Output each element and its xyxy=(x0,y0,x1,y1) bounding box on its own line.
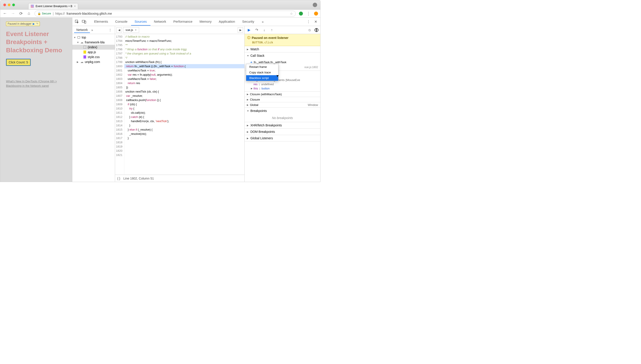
step-out-button[interactable]: ↑ xyxy=(269,27,274,33)
editor-tab-close-icon[interactable]: × xyxy=(135,28,137,32)
devtools-tab-security[interactable]: Security xyxy=(238,18,258,26)
devtools-tab-console[interactable]: Console xyxy=(112,18,131,26)
format-icon[interactable]: { } xyxy=(117,177,120,180)
url-host: framework-blackboxing.glitch.me xyxy=(66,12,112,15)
ctx-copy-stack[interactable]: Copy stack trace xyxy=(246,70,278,75)
pause-target: BUTTON.click xyxy=(247,40,318,44)
tab-title: Event Listener Breakpoints + B xyxy=(36,5,72,8)
breakpoints-header[interactable]: ▼Breakpoints xyxy=(244,108,320,114)
resume-button[interactable]: ▶ xyxy=(246,27,252,33)
global-listeners-section: ▶Global Listeners xyxy=(244,135,320,142)
scope-global-header[interactable]: ▶GlobalWindow xyxy=(244,102,320,108)
back-button[interactable]: ← xyxy=(2,11,7,16)
watch-header[interactable]: ▶Watch xyxy=(244,46,320,52)
step-into-button[interactable]: ↓ xyxy=(262,27,267,33)
update-warning-icon[interactable] xyxy=(314,12,318,16)
devtools-tab-elements[interactable]: Elements xyxy=(90,18,112,26)
code-lines: // fallback to macromicroTimerFunc = mac… xyxy=(124,34,244,175)
devtools-close-icon[interactable]: ✕ xyxy=(312,18,319,25)
scope-res[interactable]: res: undefined xyxy=(244,82,320,86)
debugger-sidebar: ▶ ↷ ↓ ↑ ⦸ ❚❚ ⓘPaused on event listener B… xyxy=(244,26,320,182)
navigator-more-icon[interactable]: » xyxy=(91,28,93,32)
favicon-icon xyxy=(31,5,34,8)
deactivate-breakpoints-button[interactable]: ⦸ xyxy=(307,27,312,33)
address-bar[interactable]: 🔒 Secure | https://framework-blackboxing… xyxy=(34,11,296,16)
devtools-menu-icon[interactable]: ⋮ xyxy=(305,18,312,25)
no-breakpoints-label: No breakpoints xyxy=(244,114,320,122)
devtools-tab-network[interactable]: Network xyxy=(150,18,170,26)
lock-icon: 🔒 xyxy=(38,12,41,15)
editor-nav-prev-icon[interactable]: ◀ xyxy=(116,27,122,33)
forward-button[interactable]: → xyxy=(10,11,15,16)
editor-footer: { } Line 1802, Column 51 xyxy=(115,175,244,182)
devtools-panel: ElementsConsoleSourcesNetworkPerformance… xyxy=(72,18,320,182)
editor-tab-vuejs[interactable]: vue.js × xyxy=(123,27,139,33)
extension-icon[interactable] xyxy=(299,12,303,16)
minimize-window-button[interactable] xyxy=(8,4,10,6)
line-gutter: 1793179417951796179717981799180018011802… xyxy=(115,34,124,175)
scope-closure2-header[interactable]: ▶Closure xyxy=(244,97,320,102)
xhr-breakpoints-section: ▶XHR/fetch Breakpoints xyxy=(244,122,320,128)
context-menu: Restart frame Copy stack trace Blackbox … xyxy=(246,64,278,81)
inspect-element-icon[interactable] xyxy=(74,18,80,25)
scope-this[interactable]: ▶this: button xyxy=(244,86,320,90)
scope-closure2-section: ▶Closure xyxy=(244,97,320,102)
traffic-lights xyxy=(3,4,15,6)
scope-closure1-header[interactable]: ▶Closure (withMacroTask) xyxy=(244,92,320,97)
code-body[interactable]: 1793179417951796179717981799180018011802… xyxy=(115,34,244,175)
pause-message: ⓘPaused on event listener BUTTON.click xyxy=(244,34,320,46)
dom-breakpoints-section: ▶DOM Breakpoints xyxy=(244,128,320,135)
dom-breakpoints-header[interactable]: ▶DOM Breakpoints xyxy=(244,128,320,135)
pause-exceptions-button[interactable]: ❚❚ xyxy=(314,28,318,32)
xhr-breakpoints-header[interactable]: ▶XHR/fetch Breakpoints xyxy=(244,122,320,128)
ctx-restart-frame[interactable]: Restart frame xyxy=(246,64,278,70)
close-window-button[interactable] xyxy=(3,4,6,6)
breakpoints-section: ▼Breakpoints No breakpoints xyxy=(244,108,320,122)
tree-file-stylecss[interactable]: style.css xyxy=(72,54,115,60)
global-listeners-header[interactable]: ▶Global Listeners xyxy=(244,135,320,141)
devtools-tab-performance[interactable]: Performance xyxy=(170,18,196,26)
navigator-menu-icon[interactable]: ⋮ xyxy=(107,28,113,32)
tree-origin[interactable]: ▼☁framework-bla xyxy=(72,40,115,45)
device-toggle-icon[interactable] xyxy=(81,18,88,25)
content-area: Paused in debugger ▶ ↷ Event Listener Br… xyxy=(0,18,320,182)
navigator-header: Network » ⋮ xyxy=(72,26,115,34)
devtools-tab-application[interactable]: Application xyxy=(215,18,238,26)
maximize-window-button[interactable] xyxy=(12,4,15,6)
editor-nav-next-icon[interactable]: ▶ xyxy=(238,27,243,33)
debug-overlay xyxy=(0,18,72,182)
cursor-position: Line 1802, Column 51 xyxy=(123,177,154,180)
info-icon: ⓘ xyxy=(247,36,250,40)
browser-window: Event Listener Breakpoints + B × ← → ⟳ ⌂… xyxy=(0,0,320,182)
code-editor: ◀ vue.js × ▶ 179317941795179617971798179… xyxy=(115,26,244,182)
more-tabs-icon[interactable]: » xyxy=(258,18,267,25)
scope-closure1-section: ▶Closure (withMacroTask) xyxy=(244,92,320,97)
devtools-tab-memory[interactable]: Memory xyxy=(196,18,215,26)
debugger-toolbar: ▶ ↷ ↓ ↑ ⦸ ❚❚ xyxy=(244,26,320,34)
reload-button[interactable]: ⟳ xyxy=(18,11,23,16)
tree-cdn[interactable]: ▶☁unpkg.com xyxy=(72,60,115,64)
tree-file-index[interactable]: (index) xyxy=(72,45,115,50)
tree-file-appjs[interactable]: app.js xyxy=(72,50,115,54)
callstack-header[interactable]: ▼Call Stack xyxy=(244,52,320,59)
step-over-button[interactable]: ↷ xyxy=(254,27,259,33)
file-tree: ▼top ▼☁framework-bla (index) app.js styl… xyxy=(72,34,115,182)
sources-navigator: Network » ⋮ ▼top ▼☁framework-bla (index)… xyxy=(72,26,115,182)
browser-tab[interactable]: Event Listener Breakpoints + B × xyxy=(28,3,78,9)
editor-header: ◀ vue.js × ▶ xyxy=(115,26,244,34)
close-tab-icon[interactable]: × xyxy=(74,5,76,8)
watch-section: ▶Watch xyxy=(244,46,320,52)
current-frame-icon: ➔ xyxy=(250,60,252,64)
ctx-blackbox-script[interactable]: Blackbox script xyxy=(246,75,278,81)
tree-top[interactable]: ▼top xyxy=(72,35,115,40)
profile-avatar-icon[interactable] xyxy=(313,3,317,7)
cloud-icon: ☁ xyxy=(80,60,84,64)
stack-location: vue.js:1802 xyxy=(304,66,318,69)
titlebar: Event Listener Breakpoints + B × xyxy=(0,0,320,10)
navigator-tab-network[interactable]: Network xyxy=(74,27,90,33)
menu-icon[interactable]: ⋮ xyxy=(306,11,311,16)
secure-badge: 🔒 Secure xyxy=(38,12,51,15)
home-button[interactable]: ⌂ xyxy=(26,11,32,16)
devtools-tab-sources[interactable]: Sources xyxy=(131,18,150,26)
bookmark-star-icon[interactable]: ☆ xyxy=(290,12,293,15)
